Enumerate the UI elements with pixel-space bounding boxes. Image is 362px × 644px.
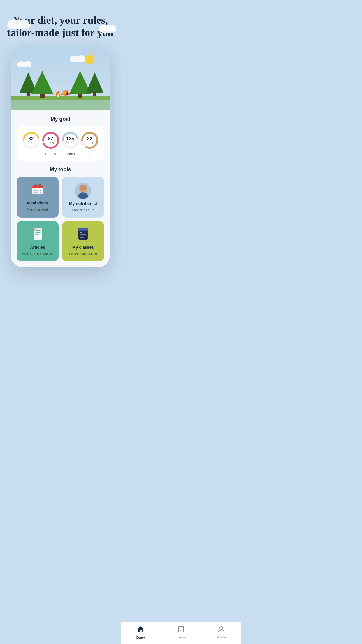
my-tools-title: My tools [17,167,104,173]
tools-grid: Meal Plans Plan your week [17,177,104,261]
svg-rect-36 [37,190,38,191]
meal-plans-icon [31,183,45,198]
my-classes-icon [76,227,90,243]
cloud-left [6,18,32,29]
phone-scene: Begin your journey to success! [11,46,110,110]
tool-meal-plans[interactable]: Meal Plans Plan your week [17,177,59,218]
svg-rect-57 [80,234,86,235]
fiber-value: 22 [86,136,93,141]
fat-label: Fat [29,152,34,156]
svg-point-9 [77,55,85,61]
svg-marker-15 [31,71,53,94]
svg-rect-55 [78,228,88,230]
svg-rect-35 [34,190,36,191]
goal-circle-protein: 87 / 95 g [41,131,60,150]
nutritionist-title: My nutritionist [69,201,97,206]
svg-point-2 [17,19,29,27]
svg-point-12 [24,61,31,66]
tool-my-classes[interactable]: My classes Finished and saved [62,221,104,261]
svg-rect-32 [32,186,43,188]
my-goal-title: My goal [17,116,104,122]
svg-rect-40 [40,192,41,193]
carbs-value: 125 [66,136,74,141]
svg-rect-34 [39,184,41,187]
svg-rect-14 [27,92,30,96]
goal-circle-fiber: 22 / 27 g [80,131,99,150]
my-classes-subtitle: Finished and saved [69,252,97,256]
cloud-right [97,23,118,33]
svg-point-51 [34,229,35,230]
svg-rect-46 [35,230,41,231]
svg-rect-18 [78,94,82,98]
protein-label: Protein [45,152,56,156]
svg-point-52 [36,229,37,230]
carbs-max: / 278 g [66,141,74,144]
svg-rect-39 [37,192,38,193]
goal-protein: 87 / 95 g Protein [41,131,60,156]
goal-circle-carbs: 125 / 278 g [61,131,80,150]
articles-title: Articles [30,245,45,250]
svg-rect-47 [35,232,41,233]
goal-fat: 32 / 73 g Fat [22,131,41,156]
protein-value: 87 [47,136,54,141]
svg-rect-20 [93,92,96,96]
app-wrapper: Your diet, your rules, tailor-made just … [0,0,121,290]
carbs-label: Carbs [65,152,75,156]
meal-plans-subtitle: Plan your week [27,208,48,211]
scene-cloud-left [17,61,33,67]
svg-rect-59 [80,237,84,238]
phone-mockup: Begin your journey to success! [11,46,110,267]
svg-rect-33 [35,184,36,187]
svg-rect-16 [40,94,45,98]
nutritionist-avatar [75,183,91,199]
fat-max: / 73 g [28,141,34,144]
tool-articles[interactable]: Articles More than 500 articles [17,221,59,261]
svg-rect-38 [34,192,36,193]
meal-plans-title: Meal Plans [27,201,48,205]
nutritionist-subtitle: Chat with Laura [72,208,94,212]
articles-icon [31,227,45,243]
goal-carbs: 125 / 278 g Carbs [61,131,80,156]
svg-point-5 [107,25,116,31]
phone-content: My goal 32 / 73 g [11,110,110,267]
goals-card: 32 / 73 g Fat [17,126,104,161]
tool-nutritionist[interactable]: My nutritionist Chat with Laura [62,177,104,218]
svg-rect-56 [80,232,82,233]
svg-rect-58 [80,236,85,236]
goal-circle-fat: 32 / 73 g [22,131,41,150]
fiber-max: / 27 g [86,141,93,144]
my-classes-title: My classes [72,245,94,250]
water [11,100,110,110]
svg-rect-48 [35,235,39,235]
protein-max: / 95 g [47,141,54,144]
svg-rect-37 [40,190,41,191]
svg-point-44 [79,185,87,191]
svg-rect-49 [35,237,38,237]
trees-scene: 🔥 ⛺ [11,66,110,102]
svg-text:⛺: ⛺ [61,87,71,96]
fat-value: 32 [28,136,34,141]
goal-fiber: 22 / 27 g Fiber [80,131,99,156]
svg-marker-19 [86,72,103,93]
scene-cloud-right [69,55,87,62]
articles-subtitle: More than 500 articles [22,252,54,256]
svg-text:🔥: 🔥 [55,91,61,97]
fiber-label: Fiber [86,152,94,156]
hero-section: Your diet, your rules, tailor-made just … [0,0,121,267]
